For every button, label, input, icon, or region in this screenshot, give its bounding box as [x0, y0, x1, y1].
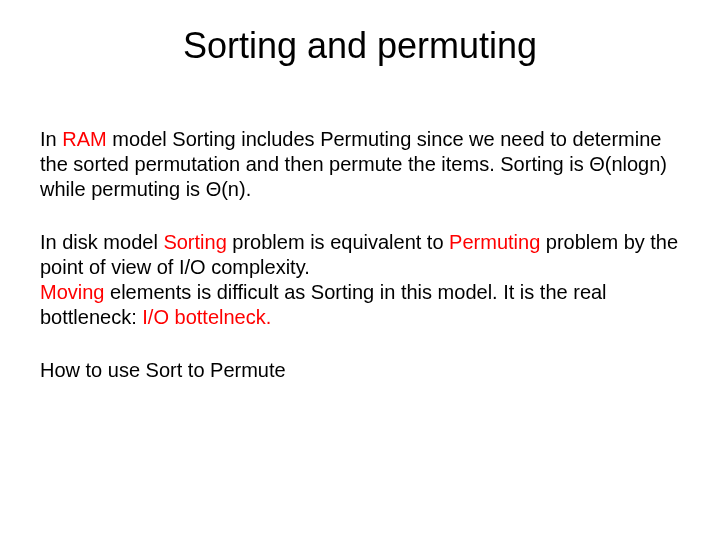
p2-text-a: In disk model [40, 231, 163, 253]
paragraph-2: In disk model Sorting problem is equival… [40, 230, 680, 330]
p1-theta-nlogn: Θ(nlogn) [589, 153, 667, 175]
p1-ram: RAM [62, 128, 106, 150]
p2-text-g: elements is difficult as Sorting in this… [40, 281, 607, 328]
p2-sorting: Sorting [163, 231, 226, 253]
p1-text-a: In [40, 128, 62, 150]
slide-title: Sorting and permuting [40, 25, 680, 67]
p2-bottleneck: I/O bottelneck. [142, 306, 271, 328]
p1-theta-n: Θ(n). [206, 178, 252, 200]
p2-permuting: Permuting [449, 231, 540, 253]
paragraph-1: In RAM model Sorting includes Permuting … [40, 127, 680, 202]
paragraph-3: How to use Sort to Permute [40, 358, 680, 383]
p1-text-e: while permuting is [40, 178, 206, 200]
p2-moving: Moving [40, 281, 104, 303]
p2-text-c: problem is equivalent to [227, 231, 449, 253]
p1-text-c: model Sorting includes Permuting since w… [40, 128, 661, 175]
